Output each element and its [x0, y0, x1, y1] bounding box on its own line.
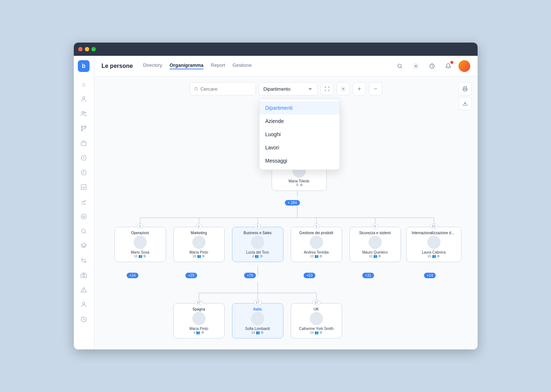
- sidebar-item-home[interactable]: ⌂: [77, 78, 90, 91]
- expand-root[interactable]: + 284: [285, 199, 300, 206]
- sidebar-item-chart[interactable]: [77, 195, 90, 208]
- expand-marketing[interactable]: +25: [185, 272, 197, 278]
- download-button[interactable]: [458, 97, 472, 110]
- notification-button[interactable]: [442, 60, 454, 72]
- fullscreen-button[interactable]: [320, 82, 334, 95]
- svg-point-15: [83, 275, 85, 277]
- user-avatar[interactable]: [458, 60, 470, 72]
- avatar-gestione-prodotti: [310, 236, 323, 249]
- sidebar-item-gauge[interactable]: [77, 210, 90, 223]
- name-italia: Sofia Lombardi: [245, 327, 270, 331]
- search-button[interactable]: [394, 60, 406, 72]
- nav-directory[interactable]: Directory: [143, 62, 162, 69]
- sidebar-item-person2[interactable]: [77, 298, 90, 311]
- search-box[interactable]: [190, 82, 256, 95]
- app-window: b ⌂: [74, 43, 478, 349]
- expand-business[interactable]: +70: [244, 272, 256, 278]
- svg-rect-6: [81, 142, 86, 146]
- node-uk[interactable]: 17 UK Catherine York Smith 24 👥 ⚙: [291, 303, 342, 338]
- sidebar-item-clock1[interactable]: [77, 151, 90, 164]
- node-marketing[interactable]: 1 Marketing María Pinto 28 👥 ⚙: [173, 227, 225, 262]
- expand-sicurezza[interactable]: +31: [362, 272, 374, 278]
- svg-point-17: [84, 291, 84, 291]
- avatar-internazionalizzazione: [427, 236, 441, 249]
- title-marketing: Marketing: [191, 231, 207, 235]
- svg-rect-5: [81, 130, 83, 131]
- svg-point-13: [81, 229, 86, 233]
- right-toolbar: [458, 82, 472, 110]
- node-business[interactable]: 1 Business e Sales Lucía del Toro 4 👥 ⚙: [232, 227, 283, 262]
- svg-point-22: [195, 87, 197, 90]
- svg-point-11: [81, 214, 86, 219]
- svg-point-19: [398, 64, 401, 67]
- title-sicurezza: Sicurezza e sistemi: [359, 231, 391, 235]
- time-button[interactable]: [426, 60, 438, 72]
- svg-point-44: [297, 184, 298, 185]
- print-button[interactable]: [458, 82, 472, 95]
- sidebar-item-grad[interactable]: [77, 239, 90, 253]
- dropdown-option-dipartimenti[interactable]: Dipartimenti: [260, 101, 340, 115]
- svg-point-23: [342, 88, 344, 90]
- dropdown-option-messaggi[interactable]: Messaggi: [260, 154, 340, 167]
- name-gestione-prodotti: Andrea Teredia: [304, 250, 329, 254]
- logo[interactable]: b: [78, 60, 90, 72]
- org-settings-button[interactable]: [337, 82, 350, 95]
- zoom-in-button[interactable]: [353, 82, 366, 95]
- title-spagna: Spagna: [192, 307, 205, 311]
- sidebar-item-history[interactable]: [77, 313, 90, 326]
- node-gestione-prodotti[interactable]: 1 Gestione dei prodotti Andrea Teredia 2…: [291, 227, 342, 262]
- settings-button[interactable]: [410, 60, 422, 72]
- expand-gestione-prodotti[interactable]: +53: [304, 272, 316, 278]
- svg-rect-4: [85, 126, 86, 127]
- title-italia: Italia: [253, 307, 262, 311]
- sidebar-item-person[interactable]: [77, 92, 90, 106]
- sidebar-item-search[interactable]: [77, 225, 90, 238]
- node-spagna[interactable]: 17 Spagna María Pinto 4 👥 ⚙: [173, 303, 225, 338]
- title-business: Business e Sales: [243, 231, 272, 235]
- nav-gestione[interactable]: Gestione: [232, 62, 251, 69]
- nav-report[interactable]: Report: [211, 62, 225, 69]
- node-internazionalizzazione[interactable]: 21 Internazionalizzazione delle imprese …: [406, 227, 461, 262]
- top-nav: Directory Organigramma Report Gestione: [143, 62, 387, 69]
- name-operazioni: Mario Sosa: [131, 250, 149, 254]
- sidebar-item-camera[interactable]: [77, 269, 90, 282]
- sidebar-item-check[interactable]: [77, 181, 90, 194]
- sidebar: b ⌂: [74, 56, 94, 349]
- badge-gestione-prodotti: 1: [313, 224, 319, 229]
- expand-root-badge[interactable]: + 284: [285, 200, 300, 206]
- svg-point-1: [82, 112, 84, 113]
- svg-rect-9: [81, 185, 86, 190]
- minimize-dot[interactable]: [85, 47, 89, 51]
- node-operazioni[interactable]: 1 Operazioni Mario Sosa 15 👥 ⚙: [115, 227, 166, 262]
- badge-uk: 17: [312, 300, 320, 305]
- dropdown-trigger[interactable]: Dipartimento Dipartimenti Aziende Luoghi: [259, 82, 318, 95]
- topbar: Le persone Directory Organigramma Report…: [94, 56, 478, 76]
- dropdown-option-lavori[interactable]: Lavori: [260, 141, 340, 154]
- zoom-out-button[interactable]: [369, 82, 382, 95]
- dropdown-option-aziende[interactable]: Aziende: [260, 115, 340, 128]
- sidebar-item-alert[interactable]: [77, 283, 90, 297]
- search-input[interactable]: [200, 86, 252, 92]
- name-spagna: María Pinto: [189, 327, 208, 331]
- sidebar-item-people[interactable]: [77, 107, 90, 120]
- count-spagna: 4 👥 ⚙: [193, 331, 204, 334]
- sidebar-item-clock2[interactable]: [77, 166, 90, 179]
- close-dot[interactable]: [78, 47, 83, 51]
- svg-point-20: [415, 65, 417, 67]
- expand-operazioni[interactable]: +14: [127, 272, 139, 278]
- node-sicurezza[interactable]: 1 Sicurezza e sistemi Mauro Quintero 15 …: [349, 227, 401, 262]
- sidebar-item-briefcase[interactable]: [77, 137, 90, 150]
- dropdown-menu: Dipartimenti Aziende Luoghi Lavori Messa…: [259, 99, 340, 170]
- sidebar-item-flow[interactable]: [77, 254, 90, 267]
- maximize-dot[interactable]: [91, 47, 96, 51]
- nav-organigramma[interactable]: Organigramma: [170, 62, 203, 69]
- expand-internazionalizzazione[interactable]: +14: [424, 272, 436, 278]
- badge-operazioni: 1: [137, 224, 143, 229]
- root-person: Maria Toledo: [289, 179, 309, 183]
- canvas-area: Dipartimento Dipartimenti Aziende Luoghi: [94, 76, 478, 349]
- count-business: 4 👥 ⚙: [252, 254, 263, 258]
- name-marketing: María Pinto: [189, 250, 208, 254]
- dropdown-option-luoghi[interactable]: Luoghi: [260, 128, 340, 141]
- node-italia[interactable]: 17 Italia Sofia Lombardi 14 👥 ⚙: [232, 303, 283, 338]
- sidebar-item-network[interactable]: [77, 122, 90, 135]
